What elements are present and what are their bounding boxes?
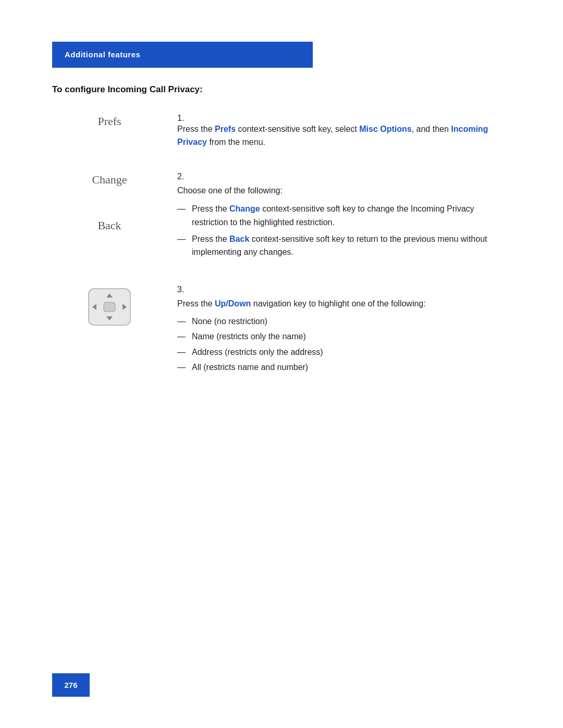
back-inline-label: Back <box>229 235 249 243</box>
list-item-name: Name (restricts only the name) <box>177 330 511 343</box>
step-2-right: 2. Choose one of the following: Press th… <box>167 172 511 262</box>
change-inline-label: Change <box>229 204 260 213</box>
svg-rect-5 <box>104 302 115 312</box>
list-item-none: None (no restriction) <box>177 315 511 328</box>
page-number: 276 <box>64 681 77 689</box>
updown-inline-label: Up/Down <box>215 299 251 308</box>
step-3-row: 3. Press the Up/Down navigation key to h… <box>52 285 511 376</box>
step-2-intro: Choose one of the following: <box>177 184 511 198</box>
step-2-number: 2. <box>177 172 511 181</box>
step-1-left: Prefs <box>52 114 167 132</box>
step-2-bullets: Press the Change context-sensitive soft … <box>177 202 511 258</box>
banner-title: Additional features <box>65 50 140 59</box>
nav-key-icon <box>86 286 133 328</box>
step-2-bullet-1: Press the Change context-sensitive soft … <box>177 202 511 229</box>
step-1-row: Prefs 1. Press the Prefs context-sensiti… <box>52 114 511 149</box>
section-heading: To configure Incoming Call Privacy: <box>52 84 511 95</box>
step-1-number: 1. <box>177 114 184 122</box>
step-2-row: Change Back 2. Choose one of the followi… <box>52 172 511 262</box>
back-key-label: Back <box>52 219 167 232</box>
page-container: Additional features To configure Incomin… <box>0 0 563 728</box>
header-banner: Additional features <box>52 42 313 68</box>
step-3-left <box>52 285 167 330</box>
step-3-text: Press the Up/Down navigation key to high… <box>177 298 511 311</box>
prefs-inline-label: Prefs <box>215 125 236 133</box>
step-3-right: 3. Press the Up/Down navigation key to h… <box>167 285 511 376</box>
prefs-key-label: Prefs <box>52 115 167 128</box>
step-2-bullet-2: Press the Back context-sensitive soft ke… <box>177 232 511 259</box>
step-1-text: Press the Prefs context-sensitive soft k… <box>177 123 511 149</box>
page-number-box: 276 <box>52 673 90 697</box>
list-item-all: All (restricts name and number) <box>177 361 511 374</box>
list-item-address: Address (restricts only the address) <box>177 346 511 359</box>
step-3-list: None (no restriction) Name (restricts on… <box>177 315 511 374</box>
step-1-right: 1. Press the Prefs context-sensitive sof… <box>167 114 511 149</box>
misc-options-label: Misc Options <box>359 125 411 133</box>
change-key-label: Change <box>52 173 167 187</box>
step-3-number: 3. <box>177 285 511 294</box>
step-2-left: Change Back <box>52 172 167 237</box>
